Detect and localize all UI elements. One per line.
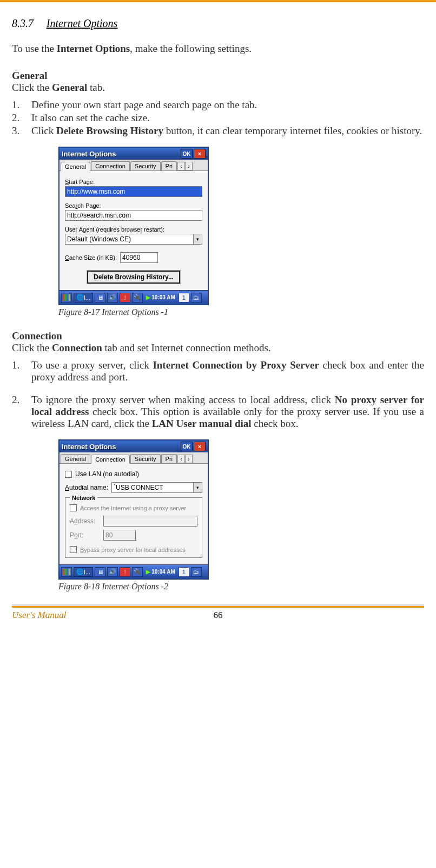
tab-connection[interactable]: Connection (91, 455, 130, 464)
figure-1: Internet Options OK × General Connection… (58, 147, 424, 305)
use-lan-label: Use LAN (no autodial) (75, 470, 139, 478)
address-label: Address: (70, 517, 100, 525)
section-heading: 8.3.7 Internet Options (12, 17, 424, 30)
search-page-label: Search Page: (65, 202, 202, 209)
figure-2: Internet Options OK × General Connection… (58, 439, 424, 580)
connection-heading: Connection (12, 330, 62, 341)
network-fieldset: Network Access the Internet using a prox… (65, 497, 202, 558)
bypass-proxy-checkbox[interactable] (70, 546, 77, 553)
list-item: 1. Define your own start page and search… (12, 99, 424, 111)
tab-connection[interactable]: Connection (91, 161, 130, 170)
network-legend: Network (70, 495, 97, 501)
tab-security[interactable]: Security (130, 454, 161, 463)
cache-size-label: Cache Size (in KB): (65, 254, 117, 261)
tab-scroll-left-icon[interactable]: ‹ (177, 162, 185, 170)
delete-browsing-history-button[interactable]: Delete Browsing History... (87, 271, 180, 284)
close-icon[interactable]: × (194, 442, 206, 451)
tab-privacy[interactable]: Pri (161, 161, 177, 170)
tab-general[interactable]: General (61, 162, 90, 171)
tab-strip: General Connection Security Pri ‹ › (60, 160, 208, 171)
footer-manual: User's Manual (12, 610, 149, 621)
tray-icon[interactable]: 🔌 (132, 567, 143, 577)
proxy-address-input[interactable] (103, 516, 197, 527)
taskbar-app[interactable]: 🌐I... (74, 293, 93, 303)
section-title: Internet Options (47, 17, 118, 29)
section-number: 8.3.7 (12, 17, 34, 29)
tray-icon[interactable]: 🔊 (107, 293, 118, 303)
window-title: Internet Options (62, 443, 180, 451)
taskbar-clock: ▶10:03 AM (146, 294, 175, 300)
tray-alert-icon[interactable]: ! (120, 293, 130, 303)
start-page-input[interactable] (65, 186, 202, 197)
tab-privacy[interactable]: Pri (161, 454, 177, 463)
general-heading-block: General Click the General tab. (12, 70, 424, 94)
proxy-port-input[interactable] (103, 530, 136, 541)
internet-options-window-connection: Internet Options OK × General Connection… (58, 439, 209, 580)
autodial-select[interactable] (111, 482, 202, 493)
taskbar-clock: ▶10:04 AM (146, 569, 175, 575)
autodial-label: Autodial name: (65, 484, 108, 491)
internet-options-window: Internet Options OK × General Connection… (58, 147, 209, 305)
figure-1-caption: Figure 8-17 Internet Options -1 (58, 307, 424, 317)
titlebar: Internet Options OK × (60, 440, 208, 452)
general-heading: General (12, 70, 47, 81)
page-footer: User's Manual 66 (0, 608, 436, 628)
start-page-label: Start Page: (65, 179, 202, 185)
proxy-checkbox[interactable] (70, 504, 77, 511)
tray-badge[interactable]: 1 (179, 567, 189, 577)
tab-strip: General Connection Security Pri ‹ › (60, 452, 208, 464)
tab-scroll-right-icon[interactable]: › (185, 162, 193, 170)
taskbar: 🌐I... 🖥 🔊 ! 🔌 ▶10:04 AM 1 🗂 (60, 564, 208, 578)
tray-alert-icon[interactable]: ! (120, 567, 130, 577)
figure-2-caption: Figure 8-18 Internet Options -2 (58, 582, 424, 591)
taskbar-app[interactable]: 🌐I... (74, 567, 93, 577)
start-icon[interactable] (61, 293, 72, 303)
proxy-label: Access the Internet using a proxy server (80, 505, 186, 511)
tray-icon[interactable]: 🖥 (95, 567, 105, 577)
bypass-proxy-label: Bypass proxy server for local addresses (80, 547, 186, 553)
list-item: 2. To ignore the proxy server when makin… (12, 394, 424, 430)
tab-security[interactable]: Security (130, 161, 161, 170)
connection-heading-block: Connection Click the Connection tab and … (12, 330, 424, 354)
port-label: Port: (70, 531, 100, 539)
chevron-down-icon[interactable]: ▾ (193, 234, 202, 244)
ok-button[interactable]: OK (181, 149, 193, 159)
titlebar: Internet Options OK × (60, 148, 208, 160)
window-title: Internet Options (62, 150, 180, 158)
tray-badge[interactable]: 1 (179, 293, 189, 303)
list-item: 3. Click Delete Browsing History button,… (12, 125, 424, 137)
general-list: 1. Define your own start page and search… (12, 99, 424, 137)
tray-icon[interactable]: 🗂 (191, 293, 202, 303)
tab-scroll-left-icon[interactable]: ‹ (177, 455, 185, 463)
use-lan-checkbox[interactable] (65, 471, 72, 478)
tab-general[interactable]: General (61, 454, 90, 463)
footer-page-number: 66 (149, 610, 287, 621)
intro-paragraph: To use the Internet Options, make the fo… (12, 43, 424, 55)
tray-icon[interactable]: 🔌 (132, 293, 143, 303)
tab-scroll-right-icon[interactable]: › (185, 455, 193, 463)
tray-icon[interactable]: 🔊 (107, 567, 118, 577)
user-agent-label: User Agent (requires browser restart): (65, 226, 202, 233)
ok-button[interactable]: OK (181, 442, 193, 451)
taskbar: 🌐I... 🖥 🔊 ! 🔌 ▶10:03 AM 1 🗂 (60, 290, 208, 304)
tray-icon[interactable]: 🗂 (191, 567, 202, 577)
list-item: 1. To use a proxy server, click Internet… (12, 359, 424, 383)
list-item: 2. It also can set the cache size. (12, 112, 424, 124)
close-icon[interactable]: × (194, 149, 206, 159)
connection-list: 1. To use a proxy server, click Internet… (12, 359, 424, 430)
search-page-input[interactable] (65, 210, 202, 221)
cache-size-input[interactable] (120, 252, 158, 263)
start-icon[interactable] (61, 567, 72, 577)
chevron-down-icon[interactable]: ▾ (193, 483, 202, 492)
user-agent-select[interactable] (65, 234, 202, 245)
tray-icon[interactable]: 🖥 (95, 293, 105, 303)
